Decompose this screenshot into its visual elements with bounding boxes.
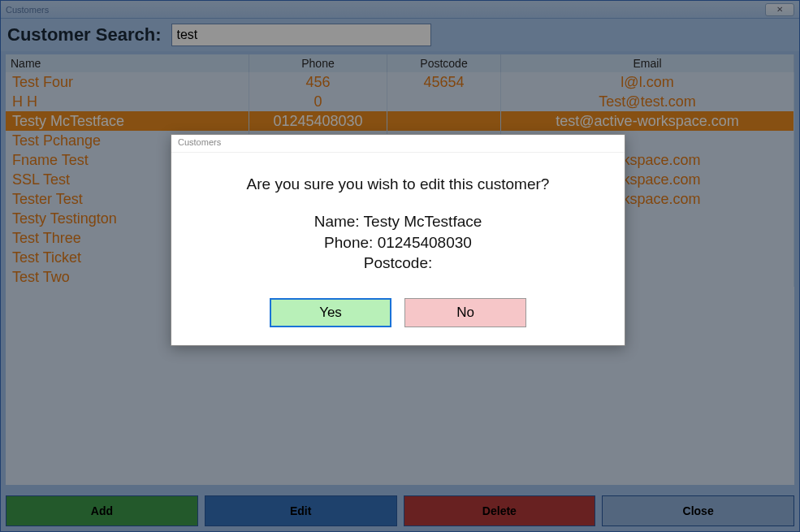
dialog-title: Customers: [171, 135, 625, 153]
dialog-buttons: Yes No: [189, 298, 607, 327]
confirm-edit-dialog: Customers Are you sure you wish to edit …: [171, 134, 625, 346]
dialog-body: Are you sure you wish to edit this custo…: [171, 153, 625, 345]
yes-button[interactable]: Yes: [270, 298, 391, 327]
dialog-details: Name: Testy McTestface Phone: 0124540803…: [189, 211, 607, 274]
dialog-message: Are you sure you wish to edit this custo…: [189, 175, 607, 193]
no-button[interactable]: No: [404, 298, 526, 327]
detail-name: Name: Testy McTestface: [189, 211, 607, 232]
detail-postcode: Postcode:: [189, 253, 607, 274]
detail-phone: Phone: 01245408030: [189, 232, 607, 253]
